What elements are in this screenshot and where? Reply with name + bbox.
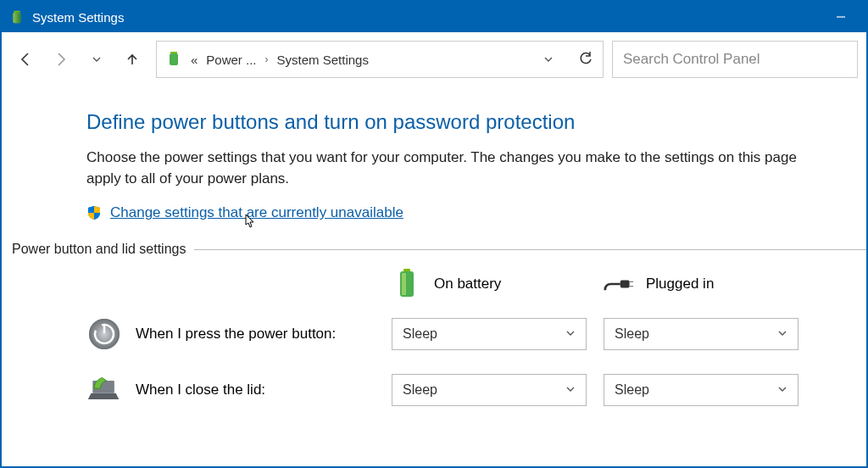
setting-label: When I press the power button:	[86, 316, 392, 352]
svg-rect-5	[170, 53, 178, 65]
search-placeholder: Search Control Panel	[623, 51, 760, 68]
power-button-plugged-dropdown[interactable]: Sleep	[604, 318, 798, 350]
section-label-row: Power button and lid settings	[12, 242, 819, 257]
content-area: Define power buttons and turn on passwor…	[2, 86, 866, 408]
svg-rect-9	[620, 281, 630, 288]
laptop-lid-icon	[86, 372, 122, 408]
section-divider	[194, 249, 866, 250]
setting-label-text: When I close the lid:	[136, 382, 265, 398]
breadcrumb-prefix: «	[191, 53, 198, 67]
forward-button[interactable]	[53, 51, 70, 68]
col-header-battery: On battery	[392, 269, 604, 299]
svg-rect-0	[14, 11, 19, 13]
dropdown-value: Sleep	[403, 382, 437, 398]
up-button[interactable]	[124, 51, 141, 68]
address-bar-icon	[165, 50, 182, 70]
titlebar: System Settings	[2, 2, 866, 32]
refresh-button[interactable]	[577, 51, 594, 68]
dropdown-value: Sleep	[403, 326, 437, 342]
breadcrumb-item[interactable]: Power ...	[206, 53, 256, 67]
breadcrumb-separator: ›	[265, 53, 269, 65]
close-lid-battery-dropdown[interactable]: Sleep	[392, 374, 587, 406]
svg-rect-6	[403, 269, 410, 271]
setting-label-text: When I press the power button:	[136, 326, 336, 343]
breadcrumb-item[interactable]: System Settings	[277, 53, 369, 67]
address-bar[interactable]: « Power ... › System Settings	[156, 41, 604, 78]
page-description: Choose the power settings that you want …	[86, 148, 819, 189]
toolbar: « Power ... › System Settings Search Con…	[2, 32, 866, 86]
dropdown-value: Sleep	[615, 382, 649, 398]
plug-icon	[604, 269, 634, 299]
svg-rect-8	[402, 273, 406, 295]
chevron-down-icon	[565, 384, 576, 397]
address-dropdown-button[interactable]	[540, 51, 557, 68]
chevron-down-icon	[777, 328, 787, 341]
svg-rect-4	[170, 52, 177, 53]
shield-icon	[86, 205, 102, 220]
column-headers: On battery Plugged in	[86, 269, 819, 299]
setting-row-power-button: When I press the power button: Sleep Sle…	[86, 316, 819, 352]
battery-icon	[392, 269, 422, 299]
col-header-plugged-label: Plugged in	[646, 276, 714, 292]
chevron-down-icon	[777, 384, 787, 397]
svg-rect-2	[14, 13, 21, 24]
chevron-down-icon	[565, 328, 576, 341]
section-label: Power button and lid settings	[12, 242, 186, 257]
change-settings-link[interactable]: Change settings that are currently unava…	[110, 204, 403, 221]
dropdown-value: Sleep	[615, 326, 649, 342]
setting-label: When I close the lid:	[86, 372, 392, 408]
svg-point-13	[89, 319, 120, 349]
power-button-icon	[86, 316, 122, 352]
setting-row-close-lid: When I close the lid: Sleep Sleep	[86, 372, 819, 408]
change-settings-row: Change settings that are currently unava…	[86, 204, 819, 221]
nav-buttons	[10, 51, 147, 68]
back-button[interactable]	[17, 51, 34, 68]
recent-dropdown-button[interactable]	[88, 51, 105, 68]
search-input[interactable]: Search Control Panel	[612, 41, 858, 78]
window-title: System Settings	[32, 10, 822, 25]
minimize-button[interactable]	[822, 2, 860, 32]
power-button-battery-dropdown[interactable]: Sleep	[392, 318, 587, 350]
page-title: Define power buttons and turn on passwor…	[86, 110, 819, 134]
close-lid-plugged-dropdown[interactable]: Sleep	[604, 374, 798, 406]
battery-app-icon	[8, 8, 25, 25]
col-header-battery-label: On battery	[434, 276, 501, 292]
col-header-plugged: Plugged in	[604, 269, 815, 299]
